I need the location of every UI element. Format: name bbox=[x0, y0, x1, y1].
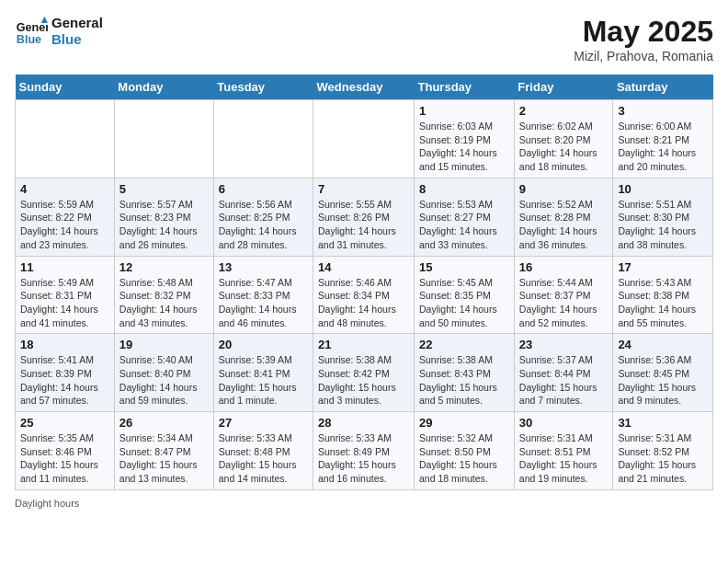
day-number: 29 bbox=[419, 416, 509, 430]
day-number: 24 bbox=[618, 338, 708, 351]
calendar-cell: 5Sunrise: 5:57 AM Sunset: 8:23 PM Daylig… bbox=[114, 178, 213, 256]
day-number: 27 bbox=[219, 416, 308, 430]
day-info: Sunrise: 5:46 AM Sunset: 8:34 PM Dayligh… bbox=[318, 276, 409, 330]
calendar-cell: 7Sunrise: 5:55 AM Sunset: 8:26 PM Daylig… bbox=[313, 178, 415, 256]
day-number: 26 bbox=[119, 416, 209, 430]
day-info: Sunrise: 6:00 AM Sunset: 8:21 PM Dayligh… bbox=[618, 120, 708, 174]
day-info: Sunrise: 5:59 AM Sunset: 8:22 PM Dayligh… bbox=[20, 198, 109, 252]
calendar-cell: 27Sunrise: 5:33 AM Sunset: 8:48 PM Dayli… bbox=[213, 412, 313, 490]
calendar-cell: 29Sunrise: 5:32 AM Sunset: 8:50 PM Dayli… bbox=[415, 412, 515, 490]
day-info: Sunrise: 5:56 AM Sunset: 8:25 PM Dayligh… bbox=[219, 198, 308, 252]
day-info: Sunrise: 5:48 AM Sunset: 8:32 PM Dayligh… bbox=[119, 276, 209, 330]
day-number: 10 bbox=[618, 182, 708, 196]
day-number: 8 bbox=[419, 182, 509, 196]
calendar-cell: 19Sunrise: 5:40 AM Sunset: 8:40 PM Dayli… bbox=[114, 334, 213, 412]
calendar-cell bbox=[114, 100, 213, 178]
calendar-cell: 13Sunrise: 5:47 AM Sunset: 8:33 PM Dayli… bbox=[213, 256, 313, 334]
location-subtitle: Mizil, Prahova, Romania bbox=[574, 49, 713, 63]
day-info: Sunrise: 5:41 AM Sunset: 8:39 PM Dayligh… bbox=[20, 353, 109, 408]
calendar-cell: 24Sunrise: 5:36 AM Sunset: 8:45 PM Dayli… bbox=[613, 334, 713, 412]
day-info: Sunrise: 5:35 AM Sunset: 8:46 PM Dayligh… bbox=[20, 431, 109, 486]
day-info: Sunrise: 5:43 AM Sunset: 8:38 PM Dayligh… bbox=[618, 276, 708, 330]
calendar-cell: 23Sunrise: 5:37 AM Sunset: 8:44 PM Dayli… bbox=[514, 334, 613, 412]
day-number: 3 bbox=[618, 104, 708, 118]
day-info: Sunrise: 5:51 AM Sunset: 8:30 PM Dayligh… bbox=[618, 198, 708, 252]
title-block: May 2025 Mizil, Prahova, Romania bbox=[574, 15, 713, 63]
day-info: Sunrise: 5:32 AM Sunset: 8:50 PM Dayligh… bbox=[419, 431, 509, 486]
calendar-cell bbox=[313, 100, 415, 178]
calendar-cell: 28Sunrise: 5:33 AM Sunset: 8:49 PM Dayli… bbox=[313, 412, 415, 490]
day-number: 6 bbox=[219, 182, 308, 196]
day-number: 19 bbox=[119, 338, 209, 351]
day-info: Sunrise: 5:34 AM Sunset: 8:47 PM Dayligh… bbox=[119, 431, 209, 486]
calendar-cell: 22Sunrise: 5:38 AM Sunset: 8:43 PM Dayli… bbox=[415, 334, 515, 412]
day-number: 13 bbox=[219, 260, 308, 274]
day-info: Sunrise: 5:40 AM Sunset: 8:40 PM Dayligh… bbox=[119, 353, 209, 408]
svg-text:Blue: Blue bbox=[17, 33, 41, 46]
day-info: Sunrise: 5:31 AM Sunset: 8:51 PM Dayligh… bbox=[519, 431, 609, 486]
calendar-cell: 10Sunrise: 5:51 AM Sunset: 8:30 PM Dayli… bbox=[613, 178, 713, 256]
logo: General Blue General Blue bbox=[15, 15, 103, 48]
day-number: 4 bbox=[20, 182, 109, 196]
weekday-header-wednesday: Wednesday bbox=[313, 75, 415, 100]
logo-icon: General Blue bbox=[15, 15, 48, 48]
day-number: 11 bbox=[20, 260, 109, 274]
calendar-cell: 30Sunrise: 5:31 AM Sunset: 8:51 PM Dayli… bbox=[514, 412, 613, 490]
calendar-cell: 12Sunrise: 5:48 AM Sunset: 8:32 PM Dayli… bbox=[114, 256, 213, 334]
calendar-cell: 6Sunrise: 5:56 AM Sunset: 8:25 PM Daylig… bbox=[213, 178, 313, 256]
svg-marker-2 bbox=[41, 17, 48, 23]
calendar-cell: 8Sunrise: 5:53 AM Sunset: 8:27 PM Daylig… bbox=[415, 178, 515, 256]
day-info: Sunrise: 5:37 AM Sunset: 8:44 PM Dayligh… bbox=[519, 353, 609, 408]
day-number: 25 bbox=[20, 416, 109, 430]
day-number: 16 bbox=[519, 260, 609, 274]
day-number: 18 bbox=[20, 338, 109, 351]
day-number: 9 bbox=[519, 182, 609, 196]
day-info: Sunrise: 5:44 AM Sunset: 8:37 PM Dayligh… bbox=[519, 276, 609, 330]
day-number: 2 bbox=[519, 104, 609, 118]
calendar-cell: 26Sunrise: 5:34 AM Sunset: 8:47 PM Dayli… bbox=[114, 412, 213, 490]
calendar-cell: 14Sunrise: 5:46 AM Sunset: 8:34 PM Dayli… bbox=[313, 256, 415, 334]
day-number: 15 bbox=[419, 260, 509, 274]
calendar-cell: 15Sunrise: 5:45 AM Sunset: 8:35 PM Dayli… bbox=[415, 256, 515, 334]
month-year-title: May 2025 bbox=[574, 15, 713, 49]
calendar-week-row: 4Sunrise: 5:59 AM Sunset: 8:22 PM Daylig… bbox=[16, 178, 713, 256]
calendar-cell: 21Sunrise: 5:38 AM Sunset: 8:42 PM Dayli… bbox=[313, 334, 415, 412]
calendar-week-row: 1Sunrise: 6:03 AM Sunset: 8:19 PM Daylig… bbox=[16, 100, 713, 178]
day-number: 23 bbox=[519, 338, 609, 351]
calendar-table: SundayMondayTuesdayWednesdayThursdayFrid… bbox=[15, 75, 713, 490]
calendar-cell: 2Sunrise: 6:02 AM Sunset: 8:20 PM Daylig… bbox=[514, 100, 613, 178]
calendar-cell bbox=[213, 100, 313, 178]
day-info: Sunrise: 5:49 AM Sunset: 8:31 PM Dayligh… bbox=[20, 276, 109, 330]
weekday-header-tuesday: Tuesday bbox=[213, 75, 313, 100]
footer-daylight: Daylight hours bbox=[15, 498, 713, 509]
day-info: Sunrise: 5:36 AM Sunset: 8:45 PM Dayligh… bbox=[618, 353, 708, 408]
calendar-week-row: 25Sunrise: 5:35 AM Sunset: 8:46 PM Dayli… bbox=[16, 412, 713, 490]
day-number: 17 bbox=[618, 260, 708, 274]
calendar-cell: 1Sunrise: 6:03 AM Sunset: 8:19 PM Daylig… bbox=[415, 100, 515, 178]
calendar-cell: 20Sunrise: 5:39 AM Sunset: 8:41 PM Dayli… bbox=[213, 334, 313, 412]
day-number: 5 bbox=[119, 182, 209, 196]
day-info: Sunrise: 5:52 AM Sunset: 8:28 PM Dayligh… bbox=[519, 198, 609, 252]
calendar-cell: 17Sunrise: 5:43 AM Sunset: 8:38 PM Dayli… bbox=[613, 256, 713, 334]
day-info: Sunrise: 5:57 AM Sunset: 8:23 PM Dayligh… bbox=[119, 198, 209, 252]
weekday-header-thursday: Thursday bbox=[415, 75, 515, 100]
day-number: 31 bbox=[618, 416, 708, 430]
day-number: 28 bbox=[318, 416, 409, 430]
day-info: Sunrise: 6:03 AM Sunset: 8:19 PM Dayligh… bbox=[419, 120, 509, 174]
page-header: General Blue General Blue May 2025 Mizil… bbox=[15, 15, 713, 63]
calendar-cell: 25Sunrise: 5:35 AM Sunset: 8:46 PM Dayli… bbox=[16, 412, 115, 490]
weekday-header-monday: Monday bbox=[114, 75, 213, 100]
calendar-cell: 3Sunrise: 6:00 AM Sunset: 8:21 PM Daylig… bbox=[613, 100, 713, 178]
weekday-header-sunday: Sunday bbox=[16, 75, 115, 100]
logo-blue-text: Blue bbox=[51, 31, 103, 48]
day-info: Sunrise: 5:33 AM Sunset: 8:48 PM Dayligh… bbox=[219, 431, 308, 486]
calendar-cell bbox=[16, 100, 115, 178]
day-info: Sunrise: 5:55 AM Sunset: 8:26 PM Dayligh… bbox=[318, 198, 409, 252]
calendar-cell: 18Sunrise: 5:41 AM Sunset: 8:39 PM Dayli… bbox=[16, 334, 115, 412]
day-info: Sunrise: 5:38 AM Sunset: 8:42 PM Dayligh… bbox=[318, 353, 409, 408]
calendar-cell: 16Sunrise: 5:44 AM Sunset: 8:37 PM Dayli… bbox=[514, 256, 613, 334]
day-number: 21 bbox=[318, 338, 409, 351]
day-info: Sunrise: 5:47 AM Sunset: 8:33 PM Dayligh… bbox=[219, 276, 308, 330]
day-info: Sunrise: 5:33 AM Sunset: 8:49 PM Dayligh… bbox=[318, 431, 409, 486]
day-number: 12 bbox=[119, 260, 209, 274]
